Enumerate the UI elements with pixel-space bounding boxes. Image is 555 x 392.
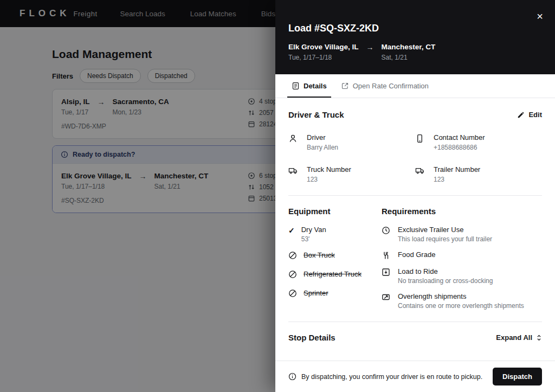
equipment-item: Box Truck [288, 251, 382, 262]
field-label: Contact Number [434, 133, 485, 142]
field-trailer-number: Trailer Number 123 [415, 165, 542, 183]
divider [288, 195, 542, 196]
drawer-tabs: Details Open Rate Confirmation [275, 74, 555, 98]
drawer-destination: Manchester, CT [382, 43, 436, 51]
requirements-title: Requirements [382, 207, 542, 216]
drawer-footer: By dispatching, you confirm your driver … [275, 361, 555, 392]
equipment-sub: 53' [301, 235, 326, 243]
drawer-route: Elk Grove Village, IL Tue, 1/17–1/18 → M… [288, 43, 542, 61]
equipment-item: ✓ Dry Van 53' [288, 226, 382, 243]
requirement-label: Exclusive Trailer Use [398, 226, 492, 234]
drawer-header: × Load #SQ-SXZ-2KD Elk Grove Village, IL… [275, 0, 555, 74]
requirement-label: Food Grade [398, 250, 435, 259]
driver-truck-fields: Driver Barry Allen Contact Number +18588… [288, 133, 542, 183]
tab-label: Details [304, 82, 327, 90]
food-grade-icon [382, 250, 391, 260]
check-icon: ✓ [288, 226, 295, 235]
tab-label: Open Rate Confirmation [353, 82, 429, 90]
requirement-sub: No transloading or cross-docking [398, 277, 493, 285]
truck-icon [288, 165, 299, 183]
close-icon[interactable]: × [537, 11, 543, 22]
drawer-origin: Elk Grove Village, IL [288, 43, 359, 51]
edit-button[interactable]: Edit [517, 111, 542, 119]
field-label: Truck Number [307, 165, 351, 173]
stop-details-title: Stop Details [288, 333, 335, 342]
field-contact-number: Contact Number +18588688686 [415, 133, 542, 151]
document-icon [292, 82, 300, 90]
drawer-delivery-date: Sat, 1/21 [382, 54, 436, 61]
requirement-label: Load to Ride [398, 267, 493, 275]
expand-all-button[interactable]: Expand All [496, 333, 542, 342]
drawer-body: Driver & Truck Edit Driver Barry Allen C… [275, 98, 555, 361]
field-value: Barry Allen [307, 144, 338, 151]
prohibited-icon [288, 251, 297, 260]
overlength-icon [382, 292, 391, 301]
chevron-up-down-icon [536, 334, 542, 342]
stop-details-section-head: Stop Details Expand All [288, 333, 542, 342]
requirement-label: Overlength shipments [398, 292, 524, 300]
load-details-drawer: × Load #SQ-SXZ-2KD Elk Grove Village, IL… [275, 0, 555, 392]
trailer-icon [415, 165, 426, 183]
person-icon [288, 133, 299, 151]
pencil-icon [517, 111, 525, 119]
equipment-item: Sprinter [288, 289, 382, 300]
arrow-right-icon: → [366, 43, 374, 52]
phone-icon [415, 133, 426, 151]
requirement-item: Exclusive Trailer Use This load requires… [382, 226, 542, 243]
requirement-item: Overlength shipments Contains one or mor… [382, 292, 542, 310]
equipment-label: Dry Van [301, 226, 326, 234]
divider [288, 322, 542, 322]
requirement-item: Food Grade [382, 250, 542, 260]
prohibited-icon [288, 289, 297, 298]
field-driver: Driver Barry Allen [288, 133, 415, 151]
driver-truck-title: Driver & Truck [288, 110, 344, 119]
prohibited-icon [288, 270, 297, 279]
exclusive-use-icon [382, 226, 391, 235]
equipment-label: Box Truck [304, 251, 335, 259]
field-value: +18588688686 [434, 144, 485, 151]
requirement-sub: Contains one or more overlength shipment… [398, 302, 524, 310]
field-value: 123 [434, 176, 480, 183]
equipment-label: Sprinter [304, 289, 328, 297]
info-icon [288, 372, 296, 381]
field-label: Driver [307, 133, 338, 142]
dispatch-note: By dispatching, you confirm your driver … [301, 373, 488, 381]
edit-label: Edit [528, 111, 542, 119]
driver-truck-section-head: Driver & Truck Edit [288, 110, 542, 119]
tab-details[interactable]: Details [287, 74, 331, 98]
equipment-requirements: Equipment ✓ Dry Van 53' Box Truck Refrig… [288, 207, 542, 310]
equipment-title: Equipment [288, 207, 382, 216]
equipment-item: Refrigerated Truck [288, 270, 382, 281]
expand-all-label: Expand All [496, 333, 532, 342]
equipment-label: Refrigerated Truck [304, 270, 362, 278]
external-link-icon [341, 82, 349, 90]
requirement-item: Load to Ride No transloading or cross-do… [382, 267, 542, 285]
dispatch-button[interactable]: Dispatch [493, 368, 542, 385]
field-truck-number: Truck Number 123 [288, 165, 415, 183]
requirements-column: Requirements Exclusive Trailer Use This … [382, 207, 542, 310]
requirement-sub: This load requires your full trailer [398, 235, 492, 243]
field-label: Trailer Number [434, 165, 480, 173]
load-to-ride-icon [382, 267, 391, 277]
tab-open-rate-confirmation[interactable]: Open Rate Confirmation [337, 74, 433, 98]
drawer-pickup-date: Tue, 1/17–1/18 [288, 54, 359, 61]
drawer-title: Load #SQ-SXZ-2KD [288, 23, 542, 34]
equipment-column: Equipment ✓ Dry Van 53' Box Truck Refrig… [288, 207, 382, 310]
field-value: 123 [307, 176, 351, 183]
